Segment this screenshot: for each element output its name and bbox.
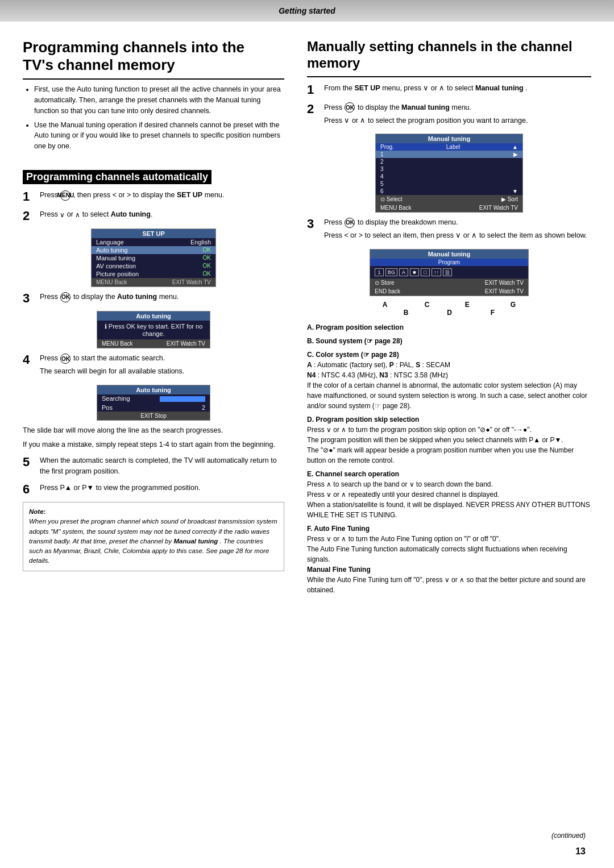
menu-row-avconnection: AV connectionOK (92, 262, 215, 270)
setup-menu-box: SET UP LanguageEnglish Auto tuningOK Man… (91, 229, 216, 287)
step-1: 1 Press MENU , then press < or > to disp… (23, 190, 284, 203)
menu-row-manualtuning: Manual tuningOK (92, 254, 215, 262)
header-bar: Getting started (0, 0, 614, 22)
definitions-list: A. Program position selection B. Sound s… (307, 322, 591, 595)
breakdown-box: Manual tuning Program 1 BG A ■ □ ↑↑ ||| … (370, 249, 529, 296)
manual-table-row-6: 6▼ (376, 188, 522, 195)
page-number: 13 (575, 846, 586, 857)
auto-tuning-title: Auto tuning (97, 312, 210, 321)
ok-key3-icon: OK (345, 102, 355, 113)
step-5: 5 When the automatic search is completed… (23, 455, 284, 477)
sub-section-title: Programming channels automatically (23, 170, 211, 184)
auto-tuning-box: Auto tuning ℹ Press OK key to start. EXI… (97, 311, 210, 348)
intro-bullets: First, use the Auto tuning function to p… (23, 84, 284, 152)
setup-menu-footer: MENU Back EXIT Watch TV (92, 278, 215, 286)
menu-row-language: LanguageEnglish (92, 238, 215, 246)
manual-table-title: Manual tuning (376, 134, 522, 143)
def-a: A. Program position selection (307, 322, 591, 333)
def-d: D. Program position skip selection Press… (307, 414, 591, 466)
bullet-2: Use the Manual tuning operation if desir… (34, 120, 284, 152)
setup-menu-title: SET UP (92, 229, 215, 238)
note-box: Note: When you preset the program channe… (23, 502, 284, 571)
breakdown-footer1: ⊙ Store EXIT Watch TV (370, 279, 528, 287)
search-box-footer: EXIT Stop (97, 412, 210, 420)
search-progress-bar (160, 396, 205, 402)
right-step-2: 2 Press OK to display the Manual tuning … (307, 102, 591, 128)
ok-key2-icon: OK (60, 354, 70, 364)
def-c: C. Color system (☞ page 28) A : Automati… (307, 350, 591, 411)
right-step-3: 3 Press OK to display the breakdown menu… (307, 217, 591, 243)
ok-key4-icon: OK (345, 218, 355, 228)
menu-row-autotuning: Auto tuningOK (92, 246, 215, 254)
step-3: 3 Press OK to display the Auto tuning me… (23, 292, 284, 305)
note-text: When you preset the program channel whic… (29, 518, 277, 564)
def-b: B. Sound system (☞ page 28) (307, 336, 591, 346)
bullet-1: First, use the Auto tuning function to p… (34, 84, 284, 116)
step-6: 6 Press P▲ or P▼ to view the programmed … (23, 483, 284, 496)
def-f: F. Auto Fine Tuning Press ∨ or ∧ to turn… (307, 524, 591, 595)
note-title: Note: (29, 508, 45, 515)
step4-note2: If you make a mistake, simply repeat ste… (23, 439, 284, 450)
breakdown-icons: 1 BG A ■ □ ↑↑ ||| (370, 266, 528, 279)
header-label: Getting started (279, 6, 335, 15)
menu-row-pictureposition: Picture positionOK (92, 270, 215, 278)
abcdefg-labels: A C E G (370, 301, 529, 309)
ok-key-icon: OK (60, 292, 70, 302)
right-step-1: 1 From the SET UP menu, press ∨ or ∧ to … (307, 83, 591, 97)
step-2: 2 Press ∨ or ∧ to select Auto tuning. (23, 209, 284, 223)
breakdown-subtitle: Program (370, 259, 528, 266)
main-content: Programming channels into the TV's chann… (0, 22, 614, 621)
breakdown-footer2: END back EXIT Watch TV (370, 287, 528, 296)
manual-table-row-1: 1▶ (376, 151, 522, 158)
left-column: Programming channels into the TV's chann… (23, 39, 284, 599)
manual-tuning-table: Manual tuning Prog. Label ▲ 1▶ 2 3 4 5 6… (375, 134, 523, 213)
search-box: Auto tuning Searching Pos 2 EXIT Stop (97, 385, 210, 421)
main-title: Programming channels into the TV's chann… (23, 39, 284, 80)
menu-key-icon: MENU (60, 190, 70, 201)
continued-label: (continued) (551, 832, 586, 840)
page: Getting started Programming channels int… (0, 0, 614, 868)
step-4: 4 Press OK to start the automatic search… (23, 353, 284, 379)
abcdefg-labels-2: B D F (370, 309, 529, 317)
manual-table-footer2: MENU Back EXIT Watch TV (376, 203, 522, 212)
manual-table-footer1: ⊙ Select ▶ Sort (376, 195, 522, 203)
right-section-title: Manually setting channels in the channel… (307, 39, 591, 77)
search-box-title: Auto tuning (97, 385, 210, 394)
manual-table-row-4: 4 (376, 173, 522, 180)
right-column: Manually setting channels in the channel… (307, 39, 591, 599)
auto-tuning-footer: MENU Back EXIT Watch TV (97, 339, 210, 348)
manual-table-row-5: 5 (376, 180, 522, 188)
manual-table-row-2: 2 (376, 158, 522, 165)
manual-table-header: Prog. Label ▲ (376, 143, 522, 151)
manual-table-row-3: 3 (376, 165, 522, 173)
auto-tuning-body: ℹ Press OK key to start. EXIT for no cha… (97, 321, 210, 339)
def-e: E. Channel search operation Press ∧ to s… (307, 469, 591, 520)
step4-note1: The slide bar will move along the line a… (23, 425, 284, 436)
breakdown-title: Manual tuning (370, 250, 528, 259)
